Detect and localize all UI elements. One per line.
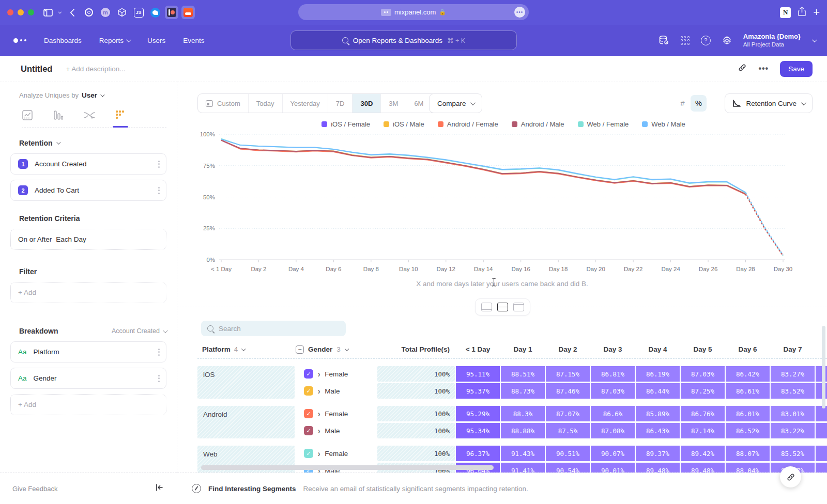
column-header-gender[interactable]: −Gender3 (296, 345, 376, 354)
report-description-placeholder[interactable]: + Add description... (66, 65, 125, 73)
retention-value-cell[interactable]: 88.88% (501, 423, 545, 438)
table-row[interactable]: ✓›Female (296, 406, 376, 421)
retention-value-cell[interactable]: 88.3% (501, 406, 545, 421)
settings-gear-icon[interactable] (722, 36, 732, 45)
breakdown-property-platform[interactable]: Aa Platform (10, 341, 166, 363)
notion-icon[interactable]: N (780, 7, 791, 18)
range-6m[interactable]: 6M (406, 94, 432, 113)
range-yesterday[interactable]: Yesterday (283, 94, 328, 113)
retention-value-cell[interactable]: 86.42% (726, 366, 770, 382)
nav-events[interactable]: Events (183, 37, 204, 44)
tab-insights[interactable] (22, 109, 33, 121)
select-all-checkbox[interactable]: − (296, 345, 304, 354)
back-icon[interactable] (65, 5, 79, 20)
tab-funnels[interactable] (53, 109, 64, 121)
retention-value-cell[interactable]: 90.01% (591, 463, 635, 472)
retention-value-cell[interactable]: 95.29% (456, 406, 500, 421)
retention-value-cell[interactable]: 88.07% (726, 446, 770, 461)
apps-grid-icon[interactable] (681, 36, 690, 45)
kebab-menu-icon[interactable] (158, 349, 160, 356)
report-title[interactable]: Untitled (21, 64, 52, 74)
retention-line-chart[interactable]: 0%25%50%75%100% (219, 132, 785, 265)
column-header-day[interactable]: Day 6 (726, 345, 770, 353)
retention-value-cell[interactable]: 87.25% (681, 383, 725, 399)
minimize-window-button[interactable] (18, 9, 24, 15)
retention-value-cell[interactable]: 83.01% (771, 406, 815, 421)
nav-reports[interactable]: Reports (99, 37, 130, 44)
share-icon[interactable] (798, 7, 806, 18)
retention-value-cell[interactable]: 87.07% (546, 406, 590, 421)
retention-value-cell[interactable]: 90.51% (546, 446, 590, 461)
retention-value-cell[interactable]: 95.37% (456, 383, 500, 399)
segments-title[interactable]: Find Interesting Segments (208, 485, 296, 493)
view-chart-focus-button[interactable] (481, 303, 492, 311)
legend-item[interactable]: iOS / Male (384, 120, 424, 128)
filter-add-button[interactable]: + Add (10, 282, 166, 303)
column-header-platform[interactable]: Platform4 (197, 345, 295, 353)
column-header-day[interactable]: Day 5 (681, 345, 725, 353)
breakdown-applies-to[interactable]: Account Created (112, 327, 166, 335)
kebab-menu-icon[interactable] (158, 161, 160, 168)
url-more-icon[interactable]: ••• (514, 7, 525, 18)
extension-cloud-icon[interactable] (181, 6, 195, 19)
horizontal-scrollbar[interactable] (201, 465, 494, 470)
legend-item[interactable]: Web / Male (642, 120, 685, 128)
breakdown-add-button[interactable]: + Add (10, 394, 166, 415)
legend-item[interactable]: Android / Male (512, 120, 564, 128)
share-link-floating-button[interactable] (780, 466, 801, 487)
retention-step-1[interactable]: 1 Account Created (10, 153, 166, 175)
series-checkbox[interactable]: ✓ (304, 449, 313, 458)
format-percent-button[interactable]: % (691, 95, 707, 112)
save-button[interactable]: Save (780, 61, 813, 77)
retention-value-cell[interactable]: 87.03% (591, 383, 635, 399)
retention-value-cell[interactable]: 86.44% (636, 383, 680, 399)
retention-value-cell[interactable]: 89.48% (681, 463, 725, 472)
retention-value-cell[interactable]: 88.73% (501, 383, 545, 399)
close-window-button[interactable] (7, 9, 13, 15)
criteria-on-or-after[interactable]: On or After (18, 235, 52, 243)
view-split-button[interactable] (497, 303, 508, 311)
series-checkbox[interactable]: ✓ (304, 409, 313, 418)
range-30d[interactable]: 30D (353, 94, 381, 113)
data-management-icon[interactable] (658, 35, 669, 45)
retention-value-cell[interactable]: 86.19% (636, 366, 680, 382)
retention-value-cell[interactable]: 88.51% (501, 366, 545, 382)
legend-item[interactable]: iOS / Female (321, 120, 370, 128)
column-header-day[interactable]: Day 1 (501, 345, 545, 353)
retention-value-cell[interactable]: 91.41% (501, 463, 545, 472)
column-header-day[interactable]: Day 2 (546, 345, 590, 353)
retention-value-cell[interactable]: 95.11% (456, 366, 500, 382)
mixpanel-logo[interactable] (13, 38, 26, 43)
collapse-sidebar-icon[interactable] (156, 484, 163, 493)
global-search[interactable]: Open Reports & Dashboards ⌘ + K (290, 30, 517, 50)
retention-value-cell[interactable]: 95.34% (456, 423, 500, 438)
expand-row-icon[interactable]: › (318, 426, 320, 435)
legend-item[interactable]: Android / Female (438, 120, 498, 128)
retention-value-cell[interactable]: 85.52% (771, 446, 815, 461)
view-table-focus-button[interactable] (513, 303, 524, 311)
retention-value-cell[interactable]: 87.46% (546, 383, 590, 399)
retention-value-cell[interactable]: 86.01% (726, 406, 770, 421)
series-checkbox[interactable]: ✓ (304, 426, 313, 435)
expand-row-icon[interactable]: › (318, 386, 320, 396)
retention-criteria-control[interactable]: On or After Each Day (10, 229, 166, 250)
retention-value-cell[interactable]: 87.03% (681, 366, 725, 382)
expand-row-icon[interactable]: › (318, 369, 320, 379)
compare-button[interactable]: Compare (429, 93, 482, 113)
expand-row-icon[interactable]: › (318, 409, 320, 418)
tab-retention[interactable] (115, 109, 126, 121)
project-switcher[interactable]: Amazonia {Demo} All Project Data (743, 33, 801, 49)
retention-value-cell[interactable]: 87.08% (591, 423, 635, 438)
retention-step-2[interactable]: 2 Added To Cart (10, 180, 166, 201)
retention-value-cell[interactable]: 89.48% (636, 463, 680, 472)
extension-bird-icon[interactable] (148, 6, 162, 19)
column-header-total-profiles[interactable]: Total Profile(s) (377, 345, 455, 353)
column-header-day[interactable]: Day 3 (591, 345, 635, 353)
extension-cube-icon[interactable] (115, 6, 129, 19)
retention-value-cell[interactable]: 88.04% (726, 463, 770, 472)
breakdown-property-gender[interactable]: Aa Gender (10, 368, 166, 389)
retention-value-cell[interactable]: 86.61% (726, 383, 770, 399)
sidebar-toggle-icon[interactable] (41, 5, 55, 20)
retention-value-cell[interactable]: 86.43% (636, 423, 680, 438)
criteria-each-day[interactable]: Each Day (56, 235, 86, 243)
